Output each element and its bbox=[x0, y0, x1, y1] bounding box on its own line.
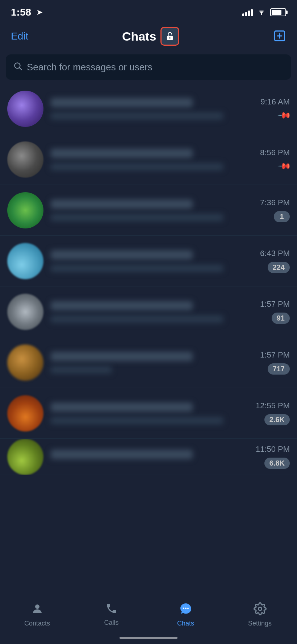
unread-badge: 224 bbox=[268, 262, 290, 273]
signal-bar-2 bbox=[245, 12, 247, 16]
chat-content bbox=[51, 301, 254, 323]
chat-preview bbox=[51, 214, 223, 221]
battery-fill bbox=[272, 10, 281, 15]
unread-badge: 1 bbox=[274, 211, 290, 222]
unread-badge: 2.6K bbox=[264, 414, 290, 425]
chat-name bbox=[51, 250, 193, 260]
unread-badge: 717 bbox=[268, 363, 290, 375]
svg-point-7 bbox=[183, 608, 184, 609]
avatar bbox=[7, 294, 43, 330]
search-bar[interactable]: Search for messages or users bbox=[6, 54, 291, 80]
avatar bbox=[7, 192, 43, 228]
avatar bbox=[7, 141, 43, 178]
tab-contacts[interactable]: Contacts bbox=[0, 602, 74, 627]
chat-name bbox=[51, 450, 193, 459]
tab-contacts-label: Contacts bbox=[24, 620, 50, 627]
chat-content bbox=[51, 402, 254, 424]
chat-content bbox=[51, 250, 254, 272]
chat-meta: 8:56 PM 📌 bbox=[254, 148, 290, 171]
chat-content bbox=[51, 149, 254, 170]
avatar bbox=[7, 91, 43, 127]
unread-badge: 6.8K bbox=[264, 458, 290, 469]
location-icon: ➤ bbox=[36, 8, 43, 17]
avatar bbox=[7, 243, 43, 279]
svg-point-10 bbox=[258, 607, 262, 611]
chat-meta: 12:55 PM 2.6K bbox=[254, 401, 290, 425]
tab-chats[interactable]: Chats bbox=[148, 602, 223, 627]
avatar bbox=[7, 439, 43, 475]
chat-content bbox=[51, 352, 254, 373]
avatar bbox=[7, 395, 43, 432]
header: Edit Chats bbox=[0, 22, 297, 54]
chat-preview bbox=[51, 163, 223, 170]
chat-name bbox=[51, 301, 193, 310]
chat-meta: 1:57 PM 91 bbox=[254, 300, 290, 324]
chat-time: 8:56 PM bbox=[260, 148, 290, 157]
chat-preview bbox=[51, 366, 112, 373]
chat-time: 12:55 PM bbox=[256, 401, 290, 410]
chat-item[interactable]: 8:56 PM 📌 bbox=[0, 134, 297, 185]
chat-meta: 1:57 PM 717 bbox=[254, 350, 290, 375]
chats-icon bbox=[179, 602, 192, 618]
chat-meta: 11:50 PM 6.8K bbox=[254, 445, 290, 469]
chat-name bbox=[51, 352, 193, 361]
avatar bbox=[7, 344, 43, 381]
chat-item[interactable]: 6:43 PM 224 bbox=[0, 236, 297, 286]
status-icons bbox=[242, 7, 286, 17]
chat-preview bbox=[51, 112, 223, 120]
chat-time: 1:57 PM bbox=[260, 300, 290, 309]
lock-button[interactable] bbox=[160, 27, 179, 46]
chat-preview bbox=[51, 315, 223, 323]
chat-item[interactable]: 7:36 PM 1 bbox=[0, 185, 297, 236]
chat-content bbox=[51, 199, 254, 221]
status-bar: 1:58 ➤ bbox=[0, 0, 297, 22]
chat-preview bbox=[51, 417, 223, 424]
chat-time: 7:36 PM bbox=[260, 198, 290, 207]
compose-icon bbox=[273, 29, 286, 42]
chat-name bbox=[51, 199, 193, 209]
svg-point-0 bbox=[261, 13, 262, 15]
edit-button[interactable]: Edit bbox=[11, 30, 28, 42]
svg-point-9 bbox=[187, 608, 189, 609]
chat-meta: 6:43 PM 224 bbox=[254, 249, 290, 273]
svg-line-5 bbox=[20, 67, 22, 70]
calls-icon bbox=[105, 602, 118, 617]
svg-point-2 bbox=[170, 37, 171, 39]
chat-name bbox=[51, 149, 193, 158]
svg-point-6 bbox=[35, 604, 39, 609]
signal-bar-3 bbox=[248, 11, 250, 16]
chat-time: 6:43 PM bbox=[260, 249, 290, 258]
pin-icon: 📌 bbox=[277, 158, 292, 173]
signal-bar-1 bbox=[242, 13, 244, 16]
chat-item[interactable]: 1:57 PM 91 bbox=[0, 286, 297, 337]
chat-time: 1:57 PM bbox=[260, 350, 290, 360]
header-title-area: Chats bbox=[122, 27, 179, 46]
chat-item[interactable]: 1:57 PM 717 bbox=[0, 337, 297, 388]
chat-item[interactable]: 9:16 AM 📌 bbox=[0, 83, 297, 134]
contacts-icon bbox=[31, 602, 44, 618]
chat-item[interactable]: 12:55 PM 2.6K bbox=[0, 388, 297, 439]
pin-icon: 📌 bbox=[277, 108, 292, 123]
lock-icon bbox=[165, 31, 175, 41]
tab-settings[interactable]: Settings bbox=[223, 602, 297, 627]
chat-list: 9:16 AM 📌 8:56 PM 📌 7:36 PM 1 bbox=[0, 83, 297, 475]
svg-point-8 bbox=[185, 608, 187, 609]
chat-item[interactable]: 11:50 PM 6.8K bbox=[0, 439, 297, 475]
chat-name bbox=[51, 98, 193, 107]
wifi-icon bbox=[256, 7, 267, 17]
tab-calls[interactable]: Calls bbox=[74, 602, 148, 627]
search-placeholder: Search for messages or users bbox=[27, 62, 152, 73]
chat-content bbox=[51, 450, 254, 464]
chat-name bbox=[51, 402, 193, 412]
chat-time: 9:16 AM bbox=[260, 97, 290, 107]
chat-time: 11:50 PM bbox=[256, 445, 290, 454]
tab-chats-label: Chats bbox=[177, 620, 194, 627]
signal-bars bbox=[242, 8, 253, 16]
chat-content bbox=[51, 98, 254, 120]
battery-icon bbox=[270, 8, 286, 16]
tab-calls-label: Calls bbox=[104, 619, 118, 627]
compose-button[interactable] bbox=[273, 29, 286, 44]
chat-meta: 9:16 AM 📌 bbox=[254, 97, 290, 120]
status-time: 1:58 bbox=[11, 7, 31, 18]
page-title: Chats bbox=[122, 29, 156, 44]
